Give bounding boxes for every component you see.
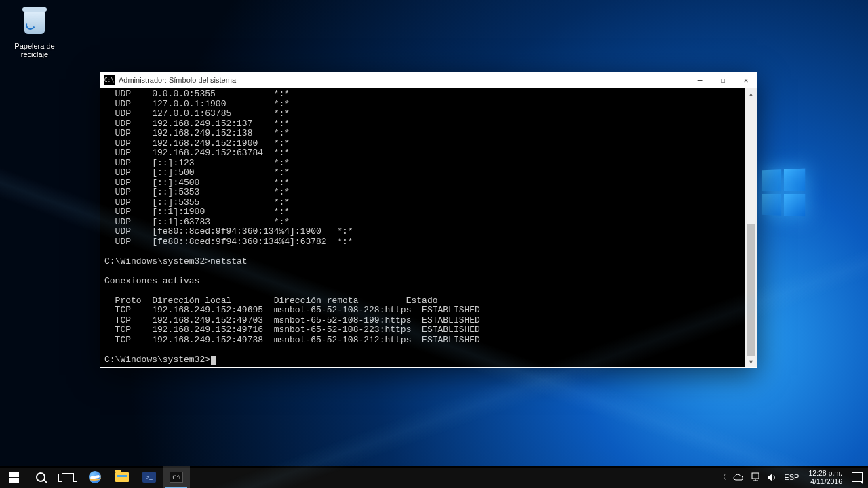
start-button[interactable] xyxy=(0,466,27,488)
tray-date: 4/11/2016 xyxy=(808,477,842,485)
taskbar-search-button[interactable] xyxy=(27,466,54,488)
cmd-window[interactable]: C:\ Administrador: Símbolo del sistema ─… xyxy=(100,72,757,368)
recycle-bin-label: Papelera de reciclaje xyxy=(9,42,60,58)
recycle-bin-icon xyxy=(20,11,49,39)
search-icon xyxy=(36,472,45,482)
internet-explorer-icon xyxy=(89,471,101,483)
task-view-button[interactable] xyxy=(54,466,81,488)
tray-time: 12:28 p.m. xyxy=(808,469,842,477)
tray-volume-icon[interactable] xyxy=(767,473,777,482)
cmd-icon: C:\ xyxy=(170,472,183,483)
terminal-output[interactable]: UDP 0.0.0.0:5355 *:* UDP 127.0.0.1:1900 … xyxy=(100,88,745,367)
scrollbar[interactable]: ▲ ▼ xyxy=(745,88,757,367)
maximize-button[interactable]: ☐ xyxy=(711,72,734,88)
scroll-thumb[interactable] xyxy=(747,224,755,356)
window-title: Administrador: Símbolo del sistema xyxy=(119,76,236,84)
terminal-cursor xyxy=(211,356,216,365)
minimize-button[interactable]: ─ xyxy=(688,72,711,88)
scroll-up-button[interactable]: ▲ xyxy=(745,88,757,100)
taskbar-explorer-button[interactable] xyxy=(108,466,136,488)
task-view-icon xyxy=(62,473,74,481)
tray-overflow-icon[interactable]: 〈 xyxy=(719,472,726,482)
wallpaper-windows-logo xyxy=(762,169,806,218)
titlebar[interactable]: C:\ Administrador: Símbolo del sistema ─… xyxy=(100,72,757,88)
taskbar[interactable]: >_ C:\ 〈 ESP 12:28 p.m. 4/11/2016 xyxy=(0,466,868,488)
taskbar-cmd-button[interactable]: C:\ xyxy=(163,466,190,488)
file-explorer-icon xyxy=(115,472,129,482)
windows-logo-icon xyxy=(9,472,19,483)
scroll-down-button[interactable]: ▼ xyxy=(745,356,757,367)
action-center-icon[interactable] xyxy=(852,472,863,482)
taskbar-powershell-button[interactable]: >_ xyxy=(136,466,163,488)
tray-clock[interactable]: 12:28 p.m. 4/11/2016 xyxy=(806,469,845,485)
cmd-titlebar-icon: C:\ xyxy=(104,75,115,85)
svg-rect-0 xyxy=(752,473,759,479)
close-button[interactable]: ✕ xyxy=(734,72,757,88)
tray-language-indicator[interactable]: ESP xyxy=(784,473,799,481)
system-tray[interactable]: 〈 ESP 12:28 p.m. 4/11/2016 xyxy=(714,466,868,488)
recycle-bin-desktop-icon[interactable]: Papelera de reciclaje xyxy=(9,7,60,58)
tray-onedrive-icon[interactable] xyxy=(733,474,744,481)
tray-network-icon[interactable] xyxy=(751,472,760,482)
desktop[interactable]: Papelera de reciclaje C:\ Administrador:… xyxy=(0,0,868,488)
window-controls: ─ ☐ ✕ xyxy=(688,72,757,88)
powershell-icon: >_ xyxy=(142,472,156,483)
taskbar-ie-button[interactable] xyxy=(81,466,108,488)
terminal-area: UDP 0.0.0.0:5355 *:* UDP 127.0.0.1:1900 … xyxy=(100,88,757,367)
